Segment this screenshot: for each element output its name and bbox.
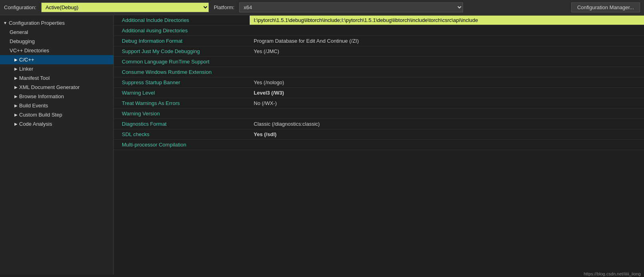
sidebar: ▼ Configuration Properties General Debug… (0, 15, 114, 275)
main-content: ▼ Configuration Properties General Debug… (0, 15, 644, 275)
property-row-sdl-checks[interactable]: SDL checksYes (/sdl) (114, 129, 644, 140)
linker-arrow-icon: ▶ (14, 67, 18, 71)
property-value-debug-info-format: Program Database for Edit And Continue (… (250, 36, 644, 46)
code-arrow-icon: ▶ (14, 122, 18, 126)
property-row-warning-level[interactable]: Warning LevelLevel3 (/W3) (114, 88, 644, 98)
sidebar-item-vc-dirs-label: VC++ Directories (10, 47, 49, 53)
sidebar-root[interactable]: ▼ Configuration Properties (0, 18, 113, 28)
manifest-arrow-icon: ▶ (14, 76, 18, 80)
sidebar-item-debugging-label: Debugging (10, 38, 35, 44)
property-value-multi-processor (250, 143, 644, 146)
custom-arrow-icon: ▶ (14, 113, 18, 117)
property-value-common-lang (250, 60, 644, 63)
property-name-suppress-banner: Suppress Startup Banner (114, 78, 250, 87)
sidebar-item-code-analysis-label: Code Analysis (19, 121, 52, 127)
property-row-suppress-banner[interactable]: Suppress Startup BannerYes (/nologo) (114, 77, 644, 88)
property-name-debug-info-format: Debug Information Format (114, 36, 250, 46)
property-name-warning-level: Warning Level (114, 88, 250, 97)
property-name-additional-include: Additional Include Directories (114, 16, 250, 25)
property-value-additional-include: I:\pytorch\1.5.1\debug\libtorch\include;… (250, 16, 644, 25)
properties-panel: Additional Include DirectoriesI:\pytorch… (114, 15, 644, 275)
property-name-sdl-checks: SDL checks (114, 130, 250, 139)
root-arrow-icon: ▼ (3, 21, 7, 25)
property-name-diagnostics-format: Diagnostics Format (114, 119, 250, 129)
sidebar-item-manifest-tool-label: Manifest Tool (19, 75, 50, 81)
sidebar-item-linker-label: Linker (19, 66, 33, 72)
property-name-treat-warnings: Treat Warnings As Errors (114, 99, 250, 108)
property-name-consume-windows: Consume Windows Runtime Extension (114, 67, 250, 77)
sidebar-item-custom-build-label: Custom Build Step (19, 112, 62, 118)
property-name-multi-processor: Multi-processor Compilation (114, 140, 250, 149)
property-value-additional-using (250, 29, 644, 32)
sidebar-item-general-label: General (10, 29, 28, 35)
property-value-consume-windows (250, 71, 644, 74)
config-manager-button[interactable]: Configuration Manager... (571, 2, 640, 12)
config-select[interactable]: Active(Debug) (41, 2, 209, 12)
property-row-additional-using[interactable]: Additional #using Directories (114, 26, 644, 36)
property-value-suppress-banner: Yes (/nologo) (250, 78, 644, 87)
status-bar: https://blog.csdn.net/iiiii_iiong (580, 271, 644, 277)
sidebar-item-code-analysis[interactable]: ▶ Code Analysis (0, 119, 113, 129)
sidebar-item-build-events[interactable]: ▶ Build Events (0, 101, 113, 110)
property-value-diagnostics-format: Classic (/diagnostics:classic) (250, 119, 644, 129)
property-name-warning-version: Warning Version (114, 109, 250, 118)
property-row-diagnostics-format[interactable]: Diagnostics FormatClassic (/diagnostics:… (114, 119, 644, 129)
property-row-common-lang[interactable]: Common Language RunTime Support (114, 57, 644, 67)
sidebar-item-browse-info-label: Browse Information (19, 93, 64, 99)
property-name-common-lang: Common Language RunTime Support (114, 57, 250, 66)
sidebar-item-xml-doc-label: XML Document Generator (19, 84, 80, 90)
sidebar-item-custom-build[interactable]: ▶ Custom Build Step (0, 110, 113, 119)
sidebar-item-build-events-label: Build Events (19, 103, 48, 109)
property-row-support-jmc[interactable]: Support Just My Code DebuggingYes (/JMC) (114, 46, 644, 57)
property-value-treat-warnings: No (/WX-) (250, 99, 644, 108)
property-row-consume-windows[interactable]: Consume Windows Runtime Extension (114, 67, 644, 77)
sidebar-item-xml-doc[interactable]: ▶ XML Document Generator (0, 83, 113, 92)
top-bar: Configuration: Active(Debug) Platform: x… (0, 0, 644, 15)
platform-label: Platform: (214, 4, 235, 10)
platform-select[interactable]: x64 (239, 2, 463, 12)
sidebar-item-linker[interactable]: ▶ Linker (0, 64, 113, 73)
xml-arrow-icon: ▶ (14, 85, 18, 89)
build-arrow-icon: ▶ (14, 103, 18, 108)
sidebar-item-debugging[interactable]: Debugging (0, 37, 113, 46)
sidebar-item-cpp-label: C/C++ (19, 57, 34, 63)
property-value-warning-level: Level3 (/W3) (250, 88, 644, 97)
sidebar-item-vc-dirs[interactable]: VC++ Directories (0, 46, 113, 55)
sidebar-item-cpp[interactable]: ▶ C/C++ (0, 55, 113, 64)
property-row-warning-version[interactable]: Warning Version (114, 109, 644, 119)
cpp-arrow-icon: ▶ (14, 57, 18, 62)
property-value-warning-version (250, 112, 644, 115)
property-row-multi-processor[interactable]: Multi-processor Compilation (114, 140, 644, 150)
sidebar-item-browse-info[interactable]: ▶ Browse Information (0, 92, 113, 101)
sidebar-item-general[interactable]: General (0, 28, 113, 37)
config-label: Configuration: (4, 4, 36, 10)
property-row-additional-include[interactable]: Additional Include DirectoriesI:\pytorch… (114, 15, 644, 26)
browse-arrow-icon: ▶ (14, 94, 18, 99)
property-value-sdl-checks: Yes (/sdl) (250, 130, 644, 139)
property-row-debug-info-format[interactable]: Debug Information FormatProgram Database… (114, 36, 644, 46)
sidebar-item-manifest-tool[interactable]: ▶ Manifest Tool (0, 73, 113, 83)
property-value-support-jmc: Yes (/JMC) (250, 47, 644, 56)
property-name-additional-using: Additional #using Directories (114, 26, 250, 35)
property-name-support-jmc: Support Just My Code Debugging (114, 47, 250, 56)
property-row-treat-warnings[interactable]: Treat Warnings As ErrorsNo (/WX-) (114, 98, 644, 109)
sidebar-root-label: Configuration Properties (9, 20, 65, 26)
